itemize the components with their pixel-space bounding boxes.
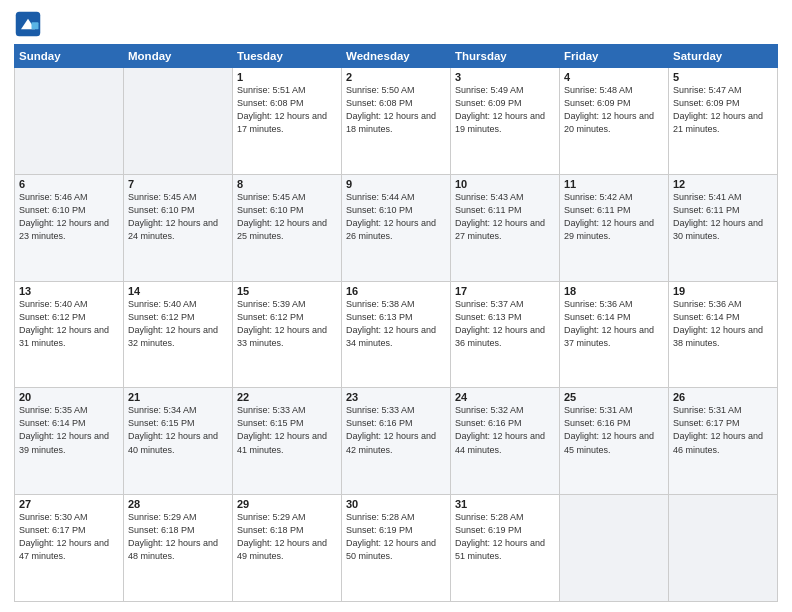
day-info: Sunrise: 5:41 AMSunset: 6:11 PMDaylight:…: [673, 191, 773, 243]
day-info: Sunrise: 5:40 AMSunset: 6:12 PMDaylight:…: [19, 298, 119, 350]
calendar-cell: 23Sunrise: 5:33 AMSunset: 6:16 PMDayligh…: [342, 388, 451, 495]
calendar-cell: [15, 68, 124, 175]
day-number: 23: [346, 391, 446, 403]
day-info: Sunrise: 5:28 AMSunset: 6:19 PMDaylight:…: [455, 511, 555, 563]
day-info: Sunrise: 5:45 AMSunset: 6:10 PMDaylight:…: [237, 191, 337, 243]
day-number: 10: [455, 178, 555, 190]
header: [14, 10, 778, 38]
day-info: Sunrise: 5:36 AMSunset: 6:14 PMDaylight:…: [564, 298, 664, 350]
calendar-cell: 17Sunrise: 5:37 AMSunset: 6:13 PMDayligh…: [451, 281, 560, 388]
svg-rect-2: [32, 22, 39, 29]
day-number: 22: [237, 391, 337, 403]
calendar-week-row: 6Sunrise: 5:46 AMSunset: 6:10 PMDaylight…: [15, 174, 778, 281]
day-info: Sunrise: 5:47 AMSunset: 6:09 PMDaylight:…: [673, 84, 773, 136]
calendar-cell: 21Sunrise: 5:34 AMSunset: 6:15 PMDayligh…: [124, 388, 233, 495]
calendar-cell: 25Sunrise: 5:31 AMSunset: 6:16 PMDayligh…: [560, 388, 669, 495]
calendar-cell: [560, 495, 669, 602]
calendar-cell: 29Sunrise: 5:29 AMSunset: 6:18 PMDayligh…: [233, 495, 342, 602]
calendar-table: SundayMondayTuesdayWednesdayThursdayFrid…: [14, 44, 778, 602]
calendar-cell: 31Sunrise: 5:28 AMSunset: 6:19 PMDayligh…: [451, 495, 560, 602]
day-info: Sunrise: 5:37 AMSunset: 6:13 PMDaylight:…: [455, 298, 555, 350]
calendar-cell: 12Sunrise: 5:41 AMSunset: 6:11 PMDayligh…: [669, 174, 778, 281]
calendar-cell: 13Sunrise: 5:40 AMSunset: 6:12 PMDayligh…: [15, 281, 124, 388]
calendar-week-row: 27Sunrise: 5:30 AMSunset: 6:17 PMDayligh…: [15, 495, 778, 602]
day-info: Sunrise: 5:42 AMSunset: 6:11 PMDaylight:…: [564, 191, 664, 243]
day-info: Sunrise: 5:36 AMSunset: 6:14 PMDaylight:…: [673, 298, 773, 350]
calendar-cell: 30Sunrise: 5:28 AMSunset: 6:19 PMDayligh…: [342, 495, 451, 602]
day-info: Sunrise: 5:29 AMSunset: 6:18 PMDaylight:…: [237, 511, 337, 563]
calendar-cell: 15Sunrise: 5:39 AMSunset: 6:12 PMDayligh…: [233, 281, 342, 388]
calendar-cell: 28Sunrise: 5:29 AMSunset: 6:18 PMDayligh…: [124, 495, 233, 602]
day-number: 11: [564, 178, 664, 190]
weekday-header: Thursday: [451, 45, 560, 68]
page: SundayMondayTuesdayWednesdayThursdayFrid…: [0, 0, 792, 612]
day-info: Sunrise: 5:50 AMSunset: 6:08 PMDaylight:…: [346, 84, 446, 136]
day-number: 30: [346, 498, 446, 510]
day-info: Sunrise: 5:46 AMSunset: 6:10 PMDaylight:…: [19, 191, 119, 243]
calendar-cell: 8Sunrise: 5:45 AMSunset: 6:10 PMDaylight…: [233, 174, 342, 281]
calendar-cell: 2Sunrise: 5:50 AMSunset: 6:08 PMDaylight…: [342, 68, 451, 175]
calendar-week-row: 1Sunrise: 5:51 AMSunset: 6:08 PMDaylight…: [15, 68, 778, 175]
weekday-header: Tuesday: [233, 45, 342, 68]
day-number: 3: [455, 71, 555, 83]
day-info: Sunrise: 5:44 AMSunset: 6:10 PMDaylight:…: [346, 191, 446, 243]
day-info: Sunrise: 5:45 AMSunset: 6:10 PMDaylight:…: [128, 191, 228, 243]
day-number: 15: [237, 285, 337, 297]
calendar-cell: 16Sunrise: 5:38 AMSunset: 6:13 PMDayligh…: [342, 281, 451, 388]
day-number: 8: [237, 178, 337, 190]
day-info: Sunrise: 5:30 AMSunset: 6:17 PMDaylight:…: [19, 511, 119, 563]
calendar-week-row: 13Sunrise: 5:40 AMSunset: 6:12 PMDayligh…: [15, 281, 778, 388]
day-number: 5: [673, 71, 773, 83]
calendar-cell: 18Sunrise: 5:36 AMSunset: 6:14 PMDayligh…: [560, 281, 669, 388]
calendar-cell: 26Sunrise: 5:31 AMSunset: 6:17 PMDayligh…: [669, 388, 778, 495]
day-number: 26: [673, 391, 773, 403]
day-number: 4: [564, 71, 664, 83]
day-number: 17: [455, 285, 555, 297]
day-number: 7: [128, 178, 228, 190]
calendar-cell: 4Sunrise: 5:48 AMSunset: 6:09 PMDaylight…: [560, 68, 669, 175]
day-info: Sunrise: 5:49 AMSunset: 6:09 PMDaylight:…: [455, 84, 555, 136]
day-number: 14: [128, 285, 228, 297]
logo-icon: [14, 10, 42, 38]
day-number: 31: [455, 498, 555, 510]
day-info: Sunrise: 5:34 AMSunset: 6:15 PMDaylight:…: [128, 404, 228, 456]
day-number: 29: [237, 498, 337, 510]
weekday-header: Friday: [560, 45, 669, 68]
day-number: 13: [19, 285, 119, 297]
day-number: 6: [19, 178, 119, 190]
day-info: Sunrise: 5:28 AMSunset: 6:19 PMDaylight:…: [346, 511, 446, 563]
day-info: Sunrise: 5:43 AMSunset: 6:11 PMDaylight:…: [455, 191, 555, 243]
weekday-header: Monday: [124, 45, 233, 68]
calendar-cell: 3Sunrise: 5:49 AMSunset: 6:09 PMDaylight…: [451, 68, 560, 175]
day-number: 20: [19, 391, 119, 403]
calendar-cell: 14Sunrise: 5:40 AMSunset: 6:12 PMDayligh…: [124, 281, 233, 388]
day-number: 25: [564, 391, 664, 403]
day-info: Sunrise: 5:29 AMSunset: 6:18 PMDaylight:…: [128, 511, 228, 563]
day-number: 18: [564, 285, 664, 297]
calendar-cell: 22Sunrise: 5:33 AMSunset: 6:15 PMDayligh…: [233, 388, 342, 495]
day-number: 1: [237, 71, 337, 83]
day-number: 9: [346, 178, 446, 190]
day-info: Sunrise: 5:38 AMSunset: 6:13 PMDaylight:…: [346, 298, 446, 350]
day-number: 2: [346, 71, 446, 83]
day-info: Sunrise: 5:33 AMSunset: 6:15 PMDaylight:…: [237, 404, 337, 456]
day-number: 28: [128, 498, 228, 510]
calendar-cell: 5Sunrise: 5:47 AMSunset: 6:09 PMDaylight…: [669, 68, 778, 175]
day-info: Sunrise: 5:31 AMSunset: 6:17 PMDaylight:…: [673, 404, 773, 456]
day-info: Sunrise: 5:33 AMSunset: 6:16 PMDaylight:…: [346, 404, 446, 456]
calendar-cell: 1Sunrise: 5:51 AMSunset: 6:08 PMDaylight…: [233, 68, 342, 175]
day-number: 19: [673, 285, 773, 297]
calendar-cell: 6Sunrise: 5:46 AMSunset: 6:10 PMDaylight…: [15, 174, 124, 281]
weekday-header: Wednesday: [342, 45, 451, 68]
calendar-cell: 9Sunrise: 5:44 AMSunset: 6:10 PMDaylight…: [342, 174, 451, 281]
day-number: 12: [673, 178, 773, 190]
day-number: 16: [346, 285, 446, 297]
day-info: Sunrise: 5:51 AMSunset: 6:08 PMDaylight:…: [237, 84, 337, 136]
calendar-cell: [124, 68, 233, 175]
weekday-header: Saturday: [669, 45, 778, 68]
calendar-cell: 11Sunrise: 5:42 AMSunset: 6:11 PMDayligh…: [560, 174, 669, 281]
day-info: Sunrise: 5:31 AMSunset: 6:16 PMDaylight:…: [564, 404, 664, 456]
calendar-cell: 19Sunrise: 5:36 AMSunset: 6:14 PMDayligh…: [669, 281, 778, 388]
weekday-header-row: SundayMondayTuesdayWednesdayThursdayFrid…: [15, 45, 778, 68]
calendar-cell: 24Sunrise: 5:32 AMSunset: 6:16 PMDayligh…: [451, 388, 560, 495]
